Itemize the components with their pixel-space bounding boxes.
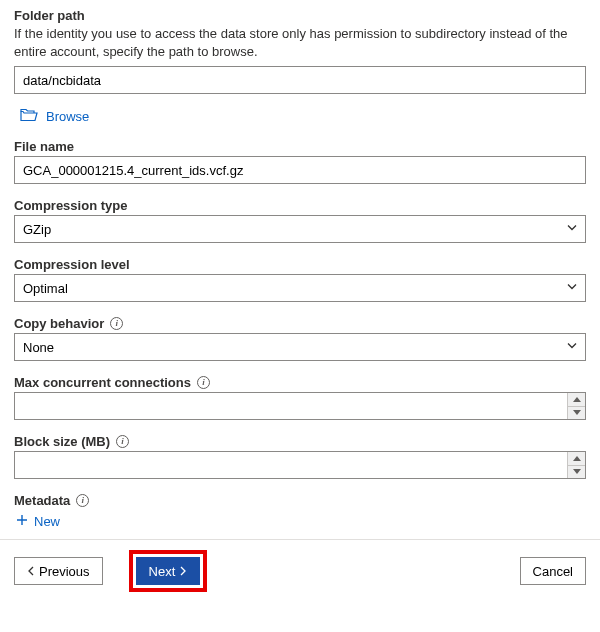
metadata-label: Metadata i (14, 493, 586, 508)
block-size-label: Block size (MB) i (14, 434, 586, 449)
folder-path-input[interactable] (14, 66, 586, 94)
compression-level-label: Compression level (14, 257, 586, 272)
chevron-left-icon (27, 564, 35, 579)
folder-path-label: Folder path (14, 8, 586, 23)
cancel-label: Cancel (533, 564, 573, 579)
previous-label: Previous (39, 564, 90, 579)
info-icon[interactable]: i (110, 317, 123, 330)
block-size-input[interactable] (14, 451, 586, 479)
file-name-input[interactable] (14, 156, 586, 184)
group-folder-path: Folder path If the identity you use to a… (14, 8, 586, 125)
max-connections-label: Max concurrent connections i (14, 375, 586, 390)
max-connections-label-text: Max concurrent connections (14, 375, 191, 390)
file-name-label: File name (14, 139, 586, 154)
compression-level-select[interactable] (14, 274, 586, 302)
group-file-name: File name (14, 139, 586, 184)
group-max-connections: Max concurrent connections i (14, 375, 586, 420)
folder-path-description: If the identity you use to access the da… (14, 25, 586, 60)
next-button-highlight: Next (129, 550, 208, 592)
group-block-size: Block size (MB) i (14, 434, 586, 479)
browse-label: Browse (46, 109, 89, 124)
copy-behavior-label-text: Copy behavior (14, 316, 104, 331)
cancel-button[interactable]: Cancel (520, 557, 586, 585)
previous-button[interactable]: Previous (14, 557, 103, 585)
copy-behavior-select[interactable] (14, 333, 586, 361)
group-compression-level: Compression level (14, 257, 586, 302)
compression-type-select[interactable] (14, 215, 586, 243)
next-button[interactable]: Next (136, 557, 201, 585)
copy-behavior-label: Copy behavior i (14, 316, 586, 331)
metadata-label-text: Metadata (14, 493, 70, 508)
group-metadata: Metadata i New (14, 493, 586, 529)
browse-button[interactable]: Browse (20, 108, 586, 125)
info-icon[interactable]: i (76, 494, 89, 507)
add-metadata-label: New (34, 514, 60, 529)
footer-bar: Previous Next Cancel (0, 540, 600, 604)
form-panel: Folder path If the identity you use to a… (0, 0, 600, 529)
chevron-right-icon (179, 564, 187, 579)
info-icon[interactable]: i (116, 435, 129, 448)
block-size-label-text: Block size (MB) (14, 434, 110, 449)
info-icon[interactable]: i (197, 376, 210, 389)
max-connections-input[interactable] (14, 392, 586, 420)
group-copy-behavior: Copy behavior i (14, 316, 586, 361)
folder-icon (20, 108, 38, 125)
compression-type-label: Compression type (14, 198, 586, 213)
plus-icon (16, 514, 28, 529)
group-compression-type: Compression type (14, 198, 586, 243)
add-metadata-button[interactable]: New (16, 514, 586, 529)
next-label: Next (149, 564, 176, 579)
